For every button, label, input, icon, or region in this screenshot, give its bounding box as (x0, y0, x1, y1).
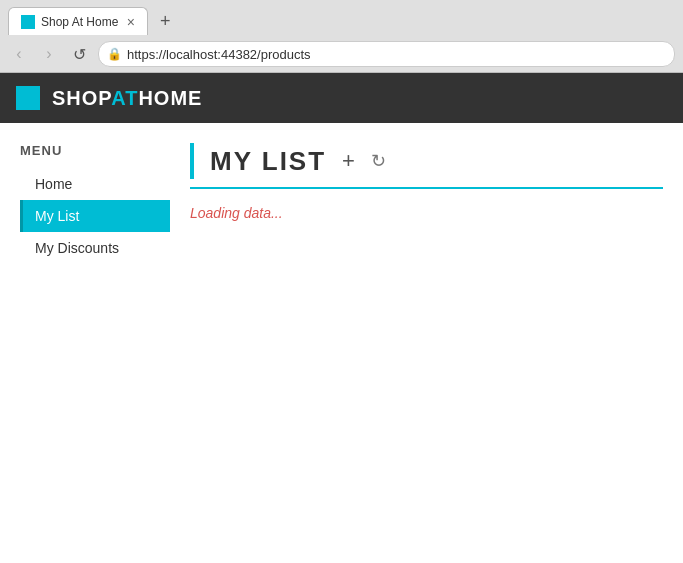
browser-chrome: Shop At Home × + ‹ › ↺ 🔒 https://localho… (0, 0, 683, 73)
logo-text: SHOPATHOME (52, 87, 202, 110)
page-header: MY LIST + ↻ (190, 143, 663, 189)
address-bar: ‹ › ↺ 🔒 https://localhost:44382/products (0, 36, 683, 72)
lock-icon: 🔒 (107, 47, 122, 61)
page-title-bar (190, 143, 194, 179)
tab-bar: Shop At Home × + (0, 0, 683, 36)
url-text: https://localhost:44382/products (127, 47, 311, 62)
tab-title: Shop At Home (41, 15, 121, 29)
refresh-nav-button[interactable]: ↺ (68, 43, 90, 65)
content-area: MY LIST + ↻ Loading data... (170, 143, 683, 553)
tab-favicon-icon (21, 15, 35, 29)
browser-tab[interactable]: Shop At Home × (8, 7, 148, 35)
loading-text: Loading data... (190, 205, 663, 221)
logo-at: AT (111, 87, 138, 109)
refresh-button[interactable]: ↻ (371, 150, 386, 172)
app-header: SHOPATHOME (0, 73, 683, 123)
page-title: MY LIST (210, 146, 326, 177)
main-layout: MENU Home My List My Discounts MY LIST +… (0, 123, 683, 553)
new-tab-button[interactable]: + (154, 11, 177, 32)
forward-button[interactable]: › (38, 43, 60, 65)
tab-close-button[interactable]: × (127, 15, 135, 29)
logo-home: HOME (138, 87, 202, 109)
sidebar-item-my-list[interactable]: My List (20, 200, 170, 232)
add-button[interactable]: + (342, 150, 355, 172)
url-bar[interactable]: 🔒 https://localhost:44382/products (98, 41, 675, 67)
sidebar-item-home[interactable]: Home (20, 168, 170, 200)
back-button[interactable]: ‹ (8, 43, 30, 65)
logo-shop: SHOP (52, 87, 111, 109)
sidebar: MENU Home My List My Discounts (0, 143, 170, 553)
sidebar-item-my-discounts[interactable]: My Discounts (20, 232, 170, 264)
sidebar-menu-label: MENU (20, 143, 170, 158)
logo-icon (16, 86, 40, 110)
